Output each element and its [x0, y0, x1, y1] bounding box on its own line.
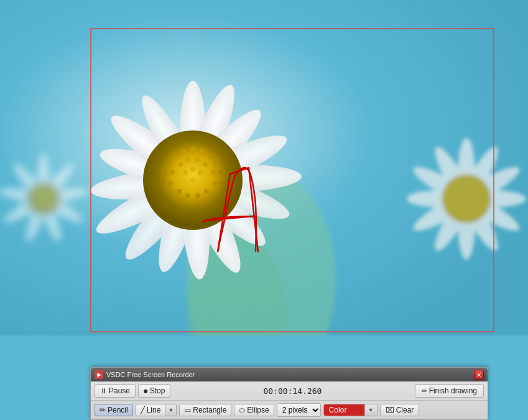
stop-button[interactable]: ■ Stop: [138, 384, 170, 398]
rectangle-tool-button[interactable]: ▭ Rectangle: [179, 404, 231, 416]
ellipse-icon: ⬭: [239, 406, 245, 414]
line-tool-button[interactable]: ╱ Line: [136, 404, 165, 416]
pencil-label: Pencil: [108, 406, 128, 414]
rectangle-icon: ▭: [184, 406, 191, 414]
color-picker-split: Color ▼: [323, 404, 377, 416]
finish-icon: ✏: [422, 387, 427, 395]
line-icon: ╱: [141, 406, 145, 414]
svg-point-42: [195, 193, 200, 198]
svg-point-61: [443, 175, 490, 222]
svg-point-31: [160, 181, 165, 186]
svg-point-23: [181, 148, 186, 153]
titlebar-left: ▶ VSDC Free Screen Recorder: [95, 370, 195, 379]
svg-point-40: [204, 189, 209, 194]
svg-point-44: [190, 178, 195, 183]
line-tool-split: ╱ Line ▼: [136, 404, 177, 416]
color-button[interactable]: Color: [324, 404, 364, 416]
clear-icon: ⌧: [386, 406, 394, 414]
color-label: Color: [329, 406, 347, 414]
close-button[interactable]: ✕: [474, 370, 484, 380]
finish-drawing-label: Finish drawing: [429, 386, 477, 395]
svg-point-21: [190, 147, 195, 152]
svg-point-25: [173, 153, 178, 158]
svg-point-47: [190, 167, 195, 171]
svg-point-29: [162, 170, 167, 175]
pencil-icon: ✏: [100, 406, 106, 414]
svg-point-26: [214, 160, 219, 165]
svg-point-71: [26, 181, 61, 216]
svg-point-28: [218, 170, 223, 175]
svg-point-45: [198, 170, 203, 175]
ellipse-tool-button[interactable]: ⬭ Ellipse: [234, 404, 274, 416]
timer-display: 00:00:14.260: [173, 386, 412, 396]
pencil-tool-button[interactable]: ✏ Pencil: [95, 404, 133, 416]
pause-label: Pause: [109, 386, 130, 395]
titlebar: ▶ VSDC Free Screen Recorder ✕: [91, 368, 488, 381]
svg-point-24: [208, 153, 213, 158]
rectangle-label: Rectangle: [193, 406, 226, 414]
svg-point-27: [167, 160, 172, 165]
svg-point-30: [220, 181, 225, 186]
pixel-size-select-container[interactable]: 2 pixels 1 pixel 3 pixels 4 pixels 5 pix…: [277, 403, 321, 417]
finish-drawing-button[interactable]: ✏ Finish drawing: [415, 384, 484, 398]
app-icon: ▶: [95, 370, 103, 379]
svg-point-39: [168, 181, 173, 186]
ellipse-label: Ellipse: [247, 406, 269, 414]
svg-point-46: [183, 170, 188, 175]
toolbar-row-controls: ⏸ Pause ■ Stop 00:00:14.260 ✏ Finish dra…: [91, 381, 488, 401]
flower-illustration: [0, 0, 528, 336]
line-tool-dropdown[interactable]: ▼: [165, 404, 176, 416]
svg-point-33: [186, 157, 191, 162]
color-dropdown[interactable]: ▼: [364, 404, 377, 416]
clear-label: Clear: [396, 406, 414, 414]
toolbar-row-tools: ✏ Pencil ╱ Line ▼ ▭ Rectangle ⬭ Ellipse …: [91, 401, 488, 419]
line-label: Line: [147, 406, 161, 414]
clear-button[interactable]: ⌧ Clear: [380, 404, 420, 416]
window-title: VSDC Free Screen Recorder: [106, 371, 195, 378]
svg-point-37: [170, 170, 175, 175]
svg-point-22: [200, 148, 205, 153]
stop-icon: ■: [144, 387, 148, 395]
svg-point-43: [185, 193, 190, 198]
pixel-size-select[interactable]: 2 pixels 1 pixel 3 pixels 4 pixels 5 pix…: [277, 404, 320, 416]
pause-button[interactable]: ⏸ Pause: [95, 384, 136, 398]
svg-point-41: [177, 189, 182, 194]
svg-point-32: [195, 157, 200, 162]
svg-point-36: [211, 170, 216, 175]
svg-point-34: [203, 162, 208, 167]
toolbar-panel: ▶ VSDC Free Screen Recorder ✕ ⏸ Pause ■ …: [90, 367, 488, 420]
background-scene: [0, 0, 528, 336]
pause-icon: ⏸: [100, 387, 107, 395]
svg-point-38: [213, 181, 218, 186]
svg-point-35: [178, 162, 183, 167]
stop-label: Stop: [150, 386, 165, 395]
